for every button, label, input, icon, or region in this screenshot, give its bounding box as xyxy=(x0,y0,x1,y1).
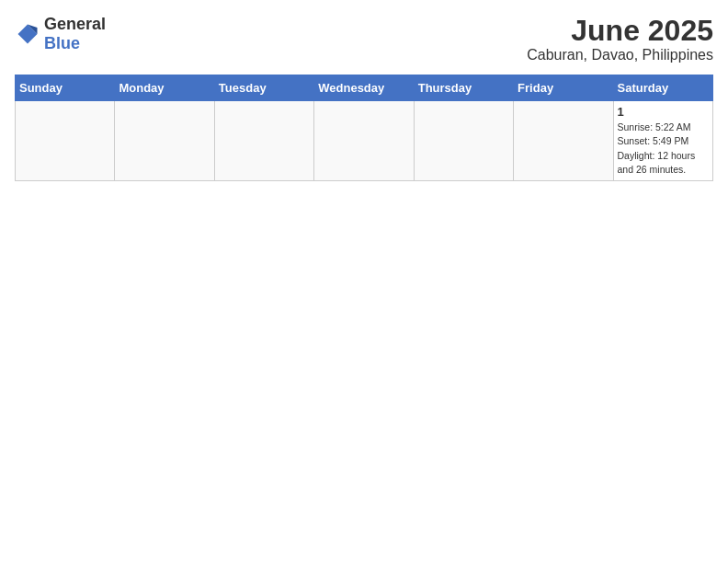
col-saturday: Saturday xyxy=(613,75,712,101)
logo-text-general: General xyxy=(44,15,106,33)
logo-icon xyxy=(15,21,40,47)
page-title: June 2025 xyxy=(527,15,713,47)
empty-cell xyxy=(314,101,414,181)
col-wednesday: Wednesday xyxy=(314,75,414,101)
calendar-week-1: 1Sunrise: 5:22 AMSunset: 5:49 PMDaylight… xyxy=(16,101,713,181)
logo: General Blue xyxy=(15,15,106,53)
col-monday: Monday xyxy=(115,75,214,101)
calendar-header-row: Sunday Monday Tuesday Wednesday Thursday… xyxy=(16,75,713,101)
empty-cell xyxy=(16,101,115,181)
empty-cell xyxy=(514,101,613,181)
logo-text-blue: Blue xyxy=(44,34,80,52)
calendar-day-1: 1Sunrise: 5:22 AMSunset: 5:49 PMDaylight… xyxy=(613,101,712,181)
empty-cell xyxy=(414,101,513,181)
empty-cell xyxy=(115,101,214,181)
col-thursday: Thursday xyxy=(414,75,513,101)
col-tuesday: Tuesday xyxy=(214,75,313,101)
page-subtitle: Caburan, Davao, Philippines xyxy=(527,47,713,63)
col-friday: Friday xyxy=(514,75,613,101)
empty-cell xyxy=(214,101,313,181)
page-header: General Blue June 2025 Caburan, Davao, P… xyxy=(15,15,713,63)
title-area: June 2025 Caburan, Davao, Philippines xyxy=(527,15,713,63)
calendar-table: Sunday Monday Tuesday Wednesday Thursday… xyxy=(15,75,713,181)
col-sunday: Sunday xyxy=(16,75,115,101)
